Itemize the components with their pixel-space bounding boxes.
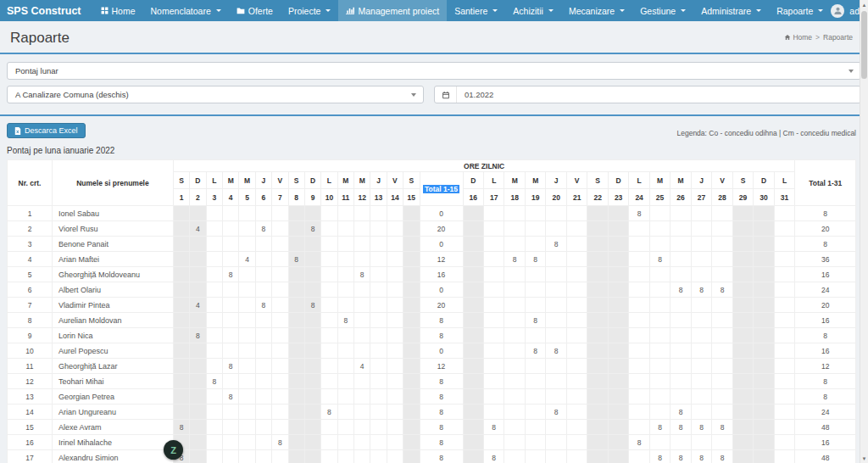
day-cell — [239, 450, 255, 463]
day-cell — [754, 435, 774, 450]
download-excel-button[interactable]: Descarca Excel — [7, 123, 86, 138]
day-cell — [239, 282, 255, 298]
nav-item-gestiune[interactable]: Gestiune — [632, 0, 693, 21]
header-day-number: 25 — [649, 189, 670, 206]
day-cell — [649, 435, 670, 450]
header-day-letter: V — [712, 172, 732, 189]
nav-item-home[interactable]: Home — [93, 0, 143, 21]
header-total-1-15: Total 1-15 — [420, 172, 463, 206]
day-cell — [691, 313, 711, 328]
day-cell — [239, 328, 255, 343]
brand-logo[interactable]: SPS Construct — [0, 5, 93, 17]
nav-item-achizitii[interactable]: Achizitii — [505, 0, 561, 21]
toolbar: Descarca Excel Legenda: Co - concediu od… — [0, 116, 868, 140]
day-cell — [566, 359, 587, 374]
day-cell: 8 — [255, 221, 271, 237]
total-1-15-cell: 8 — [420, 389, 463, 404]
day-cell — [272, 389, 288, 404]
day-cell — [190, 420, 206, 435]
total-1-31-cell: 20 — [795, 298, 856, 313]
day-cell — [754, 237, 774, 252]
day-cell — [566, 282, 587, 298]
total-1-31-cell: 8 — [795, 374, 856, 389]
header-day-number: 29 — [732, 189, 753, 206]
header-day-letter: S — [173, 172, 189, 189]
day-cell — [754, 313, 774, 328]
nav-item-management-proiect[interactable]: Management proiect — [338, 0, 447, 21]
nav-item-santiere[interactable]: Santiere — [447, 0, 505, 21]
day-cell — [732, 420, 753, 435]
day-cell — [504, 237, 525, 252]
day-cell — [629, 282, 649, 298]
day-cell — [546, 298, 566, 313]
day-cell — [190, 374, 206, 389]
day-cell — [712, 404, 732, 420]
day-cell — [321, 313, 337, 328]
breadcrumb-home[interactable]: Home — [784, 33, 812, 42]
day-cell — [304, 435, 320, 450]
header-day-letter: J — [691, 172, 711, 189]
day-cell — [754, 298, 774, 313]
day-cell — [691, 389, 711, 404]
employee-name-cell: Alexe Avram — [53, 420, 174, 435]
day-cell — [463, 267, 483, 282]
day-cell — [608, 267, 628, 282]
project-select[interactable]: A Canalizare Comuna (deschis) — [7, 86, 424, 103]
filters-panel: Pontaj lunar A Canalizare Comuna (deschi… — [0, 54, 868, 116]
day-cell — [337, 267, 353, 282]
nav-item-nomenclatoare[interactable]: Nomenclatoare — [143, 0, 229, 21]
nav-item-proiecte[interactable]: Proiecte — [281, 0, 339, 21]
day-cell — [463, 328, 483, 343]
day-cell — [337, 389, 353, 404]
day-cell — [321, 206, 337, 221]
chat-widget-button[interactable]: Z — [164, 440, 183, 460]
row-number-cell: 7 — [8, 298, 53, 313]
day-cell — [649, 206, 670, 221]
day-cell — [608, 343, 628, 359]
day-cell — [774, 206, 795, 221]
day-cell — [173, 298, 189, 313]
scroll-down-arrow-icon[interactable]: ▼ — [860, 454, 868, 463]
caret-down-icon — [620, 9, 625, 12]
window-scrollbar[interactable]: ▲ ▼ — [860, 0, 868, 463]
row-number-cell: 1 — [8, 206, 53, 221]
day-cell: 8 — [670, 282, 691, 298]
scrollbar-thumb[interactable] — [861, 11, 867, 79]
day-cell — [546, 313, 566, 328]
table-row: 12Teohari Mihai888 — [8, 374, 856, 389]
total-1-15-cell: 20 — [420, 221, 463, 237]
day-cell — [712, 359, 732, 374]
report-type-select[interactable]: Pontaj lunar — [7, 62, 861, 80]
nav-item-administrare[interactable]: Administrare — [693, 0, 769, 21]
header-day-letter: M — [525, 172, 545, 189]
day-cell: 4 — [190, 221, 206, 237]
caret-down-icon — [548, 9, 554, 12]
day-cell — [403, 221, 420, 237]
day-cell — [525, 298, 545, 313]
day-cell — [525, 374, 545, 389]
day-cell — [272, 221, 288, 237]
day-cell — [223, 298, 239, 313]
nav-item-rapoarte[interactable]: Rapoarte — [769, 0, 831, 21]
day-cell — [483, 435, 504, 450]
day-cell — [255, 420, 271, 435]
day-cell — [288, 282, 304, 298]
row-number-cell: 6 — [8, 282, 53, 298]
day-cell — [504, 374, 525, 389]
day-cell — [239, 435, 255, 450]
day-cell — [272, 313, 288, 328]
total-1-15-cell: 16 — [420, 267, 463, 282]
calendar-icon[interactable] — [435, 86, 457, 103]
day-cell — [566, 237, 587, 252]
day-cell — [774, 420, 795, 435]
day-cell — [504, 206, 525, 221]
day-cell — [732, 359, 753, 374]
nav-item-label: Oferte — [248, 6, 273, 16]
day-cell — [370, 237, 387, 252]
month-input[interactable]: 01.2022 — [457, 90, 860, 99]
nav-item-mecanizare[interactable]: Mecanizare — [561, 0, 632, 21]
nav-item-oferte[interactable]: Oferte — [229, 0, 281, 21]
scroll-up-arrow-icon[interactable]: ▲ — [860, 0, 868, 9]
total-1-15-cell: 0 — [420, 206, 463, 221]
header-day-number: 6 — [255, 189, 271, 206]
